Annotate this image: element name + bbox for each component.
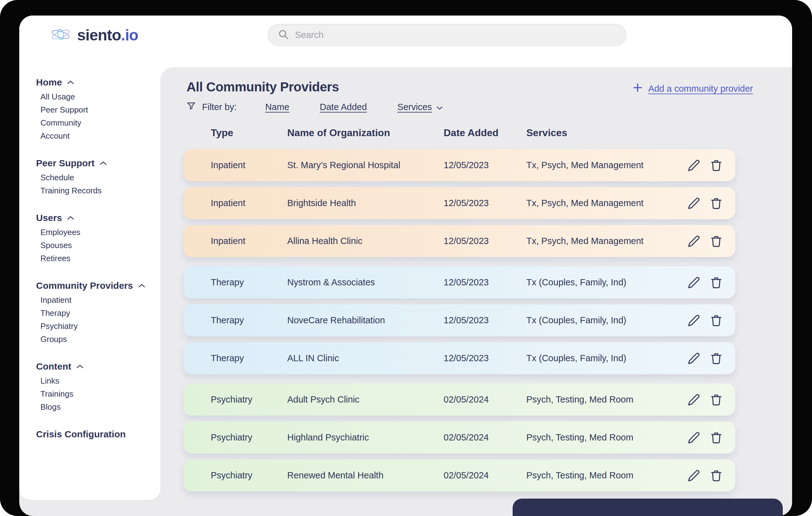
table-row: Inpatient Allina Health Clinic 12/05/202… — [184, 225, 735, 257]
sidebar-item-groups[interactable]: Groups — [40, 333, 161, 346]
table-row: Inpatient St. Mary’s Regional Hospital 1… — [184, 149, 735, 181]
sidebar-item-account[interactable]: Account — [40, 129, 161, 142]
edit-button[interactable] — [687, 235, 700, 248]
sidebar-item-inpatient[interactable]: Inpatient — [40, 293, 161, 307]
sidebar-item-links[interactable]: Links — [40, 374, 161, 387]
cell-type: Inpatient — [211, 198, 287, 208]
sidebar-section-content-toggle[interactable]: Content — [36, 359, 161, 374]
delete-button[interactable] — [710, 469, 723, 482]
logo-icon — [49, 25, 72, 46]
table-row: Therapy ALL IN Clinic 12/05/2023 Tx (Cou… — [184, 342, 735, 374]
table-row: Psychiatry Highland Psychiatric 02/05/20… — [184, 422, 735, 454]
table-header-row: Type Name of Organization Date Added Ser… — [184, 127, 735, 139]
chevron-up-icon — [76, 364, 84, 369]
cell-date: 12/05/2023 — [444, 236, 526, 246]
cell-type: Psychiatry — [211, 395, 287, 405]
edit-button[interactable] — [687, 431, 700, 444]
delete-button[interactable] — [710, 393, 723, 406]
edit-button[interactable] — [687, 469, 700, 482]
sidebar-item-employees[interactable]: Employees — [40, 226, 161, 239]
plus-icon — [633, 83, 643, 95]
cell-services: Tx, Psych, Med Management — [526, 198, 664, 208]
delete-button[interactable] — [710, 431, 723, 444]
delete-button[interactable] — [710, 197, 723, 210]
filter-name[interactable]: Name — [265, 102, 289, 112]
cell-date: 12/05/2023 — [444, 315, 526, 325]
search-bar — [268, 24, 627, 46]
edit-button[interactable] — [687, 197, 700, 210]
cell-name: ALL IN Clinic — [287, 353, 444, 363]
top-header: siento.io — [19, 16, 792, 67]
table-row: Therapy NoveCare Rehabilitation 12/05/20… — [184, 304, 735, 336]
cell-name: Allina Health Clinic — [287, 236, 444, 246]
cell-date: 02/05/2024 — [444, 395, 526, 405]
sidebar-item-training-records[interactable]: Training Records — [40, 184, 161, 197]
provider-table: Inpatient St. Mary’s Regional Hospital 1… — [184, 149, 735, 491]
sidebar-item-retirees[interactable]: Retirees — [40, 252, 161, 265]
chevron-up-icon — [67, 216, 74, 220]
edit-button[interactable] — [687, 159, 700, 172]
chevron-up-icon — [99, 161, 107, 165]
delete-button[interactable] — [710, 276, 723, 289]
section-label: Users — [36, 212, 62, 223]
sidebar-section-community-providers: Community Providers Inpatient Therapy Ps… — [36, 279, 161, 346]
cell-type: Inpatient — [211, 236, 287, 246]
filter-date-added[interactable]: Date Added — [320, 102, 367, 112]
cell-services: Psych, Testing, Med Room — [526, 432, 664, 442]
edit-button[interactable] — [687, 314, 700, 327]
sidebar-item-psychiatry[interactable]: Psychiatry — [40, 319, 161, 333]
sidebar-item-spouses[interactable]: Spouses — [40, 239, 161, 252]
delete-button[interactable] — [710, 314, 723, 327]
search-icon — [278, 29, 289, 41]
search-input[interactable] — [295, 30, 616, 40]
bottom-panel — [513, 498, 783, 516]
sidebar-item-peer-support[interactable]: Peer Support — [40, 103, 161, 116]
delete-button[interactable] — [710, 352, 723, 365]
edit-button[interactable] — [687, 393, 700, 406]
sidebar-item-all-usage[interactable]: All Usage — [40, 90, 161, 103]
sidebar-section-peer-support-toggle[interactable]: Peer Support — [36, 156, 161, 170]
app-window: Home All Usage Peer Support Community Ac… — [19, 16, 792, 516]
cell-date: 02/05/2024 — [444, 470, 526, 481]
section-label: Crisis Configuration — [36, 429, 125, 439]
cell-type: Therapy — [211, 353, 287, 363]
chevron-up-icon — [138, 284, 145, 288]
sidebar-item-schedule[interactable]: Schedule — [40, 171, 161, 184]
edit-button[interactable] — [687, 276, 700, 289]
cell-services: Psych, Testing, Med Room — [526, 395, 664, 405]
sidebar-section-community-providers-toggle[interactable]: Community Providers — [36, 279, 161, 293]
table-row: Inpatient Brightside Health 12/05/2023 T… — [184, 187, 735, 219]
cell-date: 12/05/2023 — [444, 277, 526, 288]
add-community-provider-label: Add a community provider — [648, 84, 753, 94]
cell-services: Tx (Couples, Family, Ind) — [526, 353, 664, 363]
sidebar-item-community[interactable]: Community — [40, 116, 161, 129]
cell-services: Tx, Psych, Med Management — [526, 160, 664, 170]
filter-services[interactable]: Services — [397, 102, 443, 112]
content-corner-round — [161, 67, 174, 81]
cell-date: 12/05/2023 — [444, 353, 526, 363]
chevron-down-icon — [436, 102, 443, 112]
column-header-date: Date Added — [444, 127, 526, 139]
sidebar-item-therapy[interactable]: Therapy — [40, 307, 161, 319]
sidebar-item-trainings[interactable]: Trainings — [40, 387, 161, 400]
delete-button[interactable] — [710, 235, 723, 248]
filter-bar: Filter by: Name Date Added Services — [186, 101, 792, 113]
sidebar-section-users: Users Employees Spouses Retirees — [36, 211, 161, 265]
table-row: Psychiatry Renewed Mental Health 02/05/2… — [184, 459, 735, 491]
cell-name: Adult Psych Clinic — [287, 395, 444, 405]
column-header-services: Services — [526, 127, 664, 139]
cell-name: Brightside Health — [287, 198, 444, 208]
delete-button[interactable] — [710, 159, 723, 172]
chevron-up-icon — [67, 80, 74, 85]
add-community-provider-link[interactable]: Add a community provider — [633, 83, 753, 95]
cell-date: 12/05/2023 — [444, 160, 526, 170]
filter-by-label: Filter by: — [202, 102, 237, 112]
sidebar-section-users-toggle[interactable]: Users — [36, 211, 161, 225]
section-label: Home — [36, 77, 62, 88]
sidebar-item-blogs[interactable]: Blogs — [40, 400, 161, 413]
sidebar-item-crisis-configuration[interactable]: Crisis Configuration — [36, 427, 161, 441]
cell-services: Psych, Testing, Med Room — [526, 470, 664, 481]
cell-name: NoveCare Rehabilitation — [287, 315, 444, 325]
edit-button[interactable] — [687, 352, 700, 365]
sidebar-section-home-toggle[interactable]: Home — [36, 75, 161, 89]
